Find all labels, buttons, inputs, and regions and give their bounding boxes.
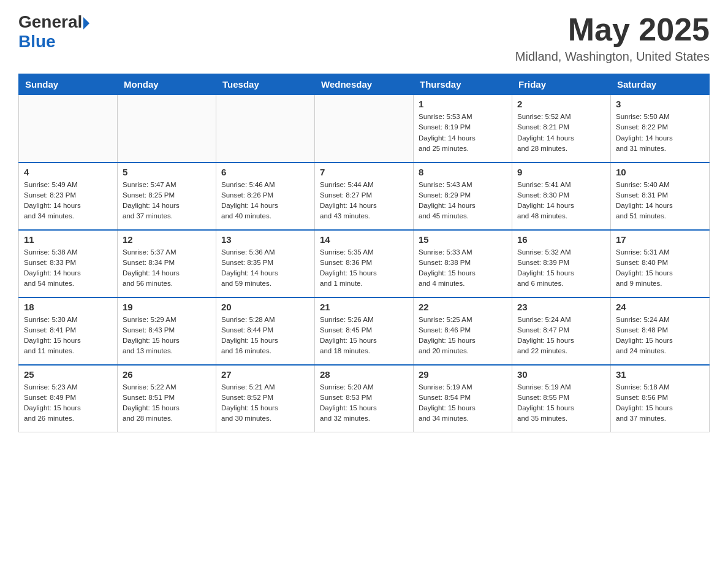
day-number: 7 — [320, 167, 408, 177]
day-number: 15 — [419, 234, 507, 245]
day-number: 12 — [123, 234, 211, 245]
page-header: General Blue May 2025 Midland, Washingto… — [18, 12, 710, 64]
calendar-cell — [315, 95, 414, 163]
calendar-cell: 4Sunrise: 5:49 AM Sunset: 8:23 PM Daylig… — [19, 163, 118, 230]
day-info: Sunrise: 5:19 AM Sunset: 8:54 PM Dayligh… — [419, 382, 507, 424]
calendar-cell: 24Sunrise: 5:24 AM Sunset: 8:48 PM Dayli… — [611, 297, 710, 365]
calendar-cell: 31Sunrise: 5:18 AM Sunset: 8:56 PM Dayli… — [611, 365, 710, 432]
weekday-header-saturday: Saturday — [611, 74, 710, 95]
day-info: Sunrise: 5:24 AM Sunset: 8:48 PM Dayligh… — [616, 315, 704, 357]
day-info: Sunrise: 5:49 AM Sunset: 8:23 PM Dayligh… — [24, 180, 112, 222]
day-info: Sunrise: 5:50 AM Sunset: 8:22 PM Dayligh… — [616, 112, 704, 154]
day-info: Sunrise: 5:26 AM Sunset: 8:45 PM Dayligh… — [320, 315, 408, 357]
weekday-header-friday: Friday — [512, 74, 611, 95]
day-number: 30 — [517, 369, 605, 380]
calendar-cell: 3Sunrise: 5:50 AM Sunset: 8:22 PM Daylig… — [611, 95, 710, 163]
day-info: Sunrise: 5:31 AM Sunset: 8:40 PM Dayligh… — [616, 247, 704, 289]
day-info: Sunrise: 5:43 AM Sunset: 8:29 PM Dayligh… — [419, 180, 507, 222]
day-number: 8 — [419, 167, 507, 177]
month-title: May 2025 — [515, 12, 710, 47]
calendar-cell: 13Sunrise: 5:36 AM Sunset: 8:35 PM Dayli… — [216, 230, 315, 297]
day-number: 29 — [419, 369, 507, 380]
day-number: 22 — [419, 302, 507, 312]
calendar-week-row: 25Sunrise: 5:23 AM Sunset: 8:49 PM Dayli… — [19, 365, 710, 432]
calendar-cell: 1Sunrise: 5:53 AM Sunset: 8:19 PM Daylig… — [414, 95, 512, 163]
day-number: 10 — [616, 167, 704, 177]
calendar-cell: 20Sunrise: 5:28 AM Sunset: 8:44 PM Dayli… — [216, 297, 315, 365]
calendar-cell: 18Sunrise: 5:30 AM Sunset: 8:41 PM Dayli… — [19, 297, 118, 365]
calendar-cell: 23Sunrise: 5:24 AM Sunset: 8:47 PM Dayli… — [512, 297, 611, 365]
calendar-cell: 9Sunrise: 5:41 AM Sunset: 8:30 PM Daylig… — [512, 163, 611, 230]
day-info: Sunrise: 5:30 AM Sunset: 8:41 PM Dayligh… — [24, 315, 112, 357]
day-info: Sunrise: 5:21 AM Sunset: 8:52 PM Dayligh… — [221, 382, 309, 424]
day-info: Sunrise: 5:32 AM Sunset: 8:39 PM Dayligh… — [517, 247, 605, 289]
logo-triangle-icon — [83, 17, 89, 29]
day-number: 9 — [517, 167, 605, 177]
calendar-cell — [19, 95, 118, 163]
day-number: 28 — [320, 369, 408, 380]
calendar-cell: 2Sunrise: 5:52 AM Sunset: 8:21 PM Daylig… — [512, 95, 611, 163]
calendar-cell: 14Sunrise: 5:35 AM Sunset: 8:36 PM Dayli… — [315, 230, 414, 297]
calendar-cell: 16Sunrise: 5:32 AM Sunset: 8:39 PM Dayli… — [512, 230, 611, 297]
day-info: Sunrise: 5:46 AM Sunset: 8:26 PM Dayligh… — [221, 180, 309, 222]
calendar-cell: 15Sunrise: 5:33 AM Sunset: 8:38 PM Dayli… — [414, 230, 512, 297]
day-number: 5 — [123, 167, 211, 177]
day-number: 1 — [419, 99, 507, 109]
day-number: 26 — [123, 369, 211, 380]
day-number: 3 — [616, 99, 704, 109]
calendar-week-row: 4Sunrise: 5:49 AM Sunset: 8:23 PM Daylig… — [19, 163, 710, 230]
calendar-cell: 29Sunrise: 5:19 AM Sunset: 8:54 PM Dayli… — [414, 365, 512, 432]
calendar-cell — [216, 95, 315, 163]
day-number: 6 — [221, 167, 309, 177]
calendar-cell: 12Sunrise: 5:37 AM Sunset: 8:34 PM Dayli… — [118, 230, 216, 297]
day-info: Sunrise: 5:22 AM Sunset: 8:51 PM Dayligh… — [123, 382, 211, 424]
calendar-cell: 7Sunrise: 5:44 AM Sunset: 8:27 PM Daylig… — [315, 163, 414, 230]
day-info: Sunrise: 5:18 AM Sunset: 8:56 PM Dayligh… — [616, 382, 704, 424]
calendar-cell: 6Sunrise: 5:46 AM Sunset: 8:26 PM Daylig… — [216, 163, 315, 230]
day-info: Sunrise: 5:36 AM Sunset: 8:35 PM Dayligh… — [221, 247, 309, 289]
calendar-cell: 25Sunrise: 5:23 AM Sunset: 8:49 PM Dayli… — [19, 365, 118, 432]
calendar-cell: 21Sunrise: 5:26 AM Sunset: 8:45 PM Dayli… — [315, 297, 414, 365]
day-info: Sunrise: 5:23 AM Sunset: 8:49 PM Dayligh… — [24, 382, 112, 424]
weekday-header-row: SundayMondayTuesdayWednesdayThursdayFrid… — [19, 74, 710, 95]
day-number: 31 — [616, 369, 704, 380]
calendar-cell: 22Sunrise: 5:25 AM Sunset: 8:46 PM Dayli… — [414, 297, 512, 365]
day-info: Sunrise: 5:47 AM Sunset: 8:25 PM Dayligh… — [123, 180, 211, 222]
day-info: Sunrise: 5:38 AM Sunset: 8:33 PM Dayligh… — [24, 247, 112, 289]
day-number: 16 — [517, 234, 605, 245]
day-info: Sunrise: 5:35 AM Sunset: 8:36 PM Dayligh… — [320, 247, 408, 289]
day-number: 20 — [221, 302, 309, 312]
weekday-header-thursday: Thursday — [414, 74, 512, 95]
calendar-cell: 11Sunrise: 5:38 AM Sunset: 8:33 PM Dayli… — [19, 230, 118, 297]
calendar-cell: 27Sunrise: 5:21 AM Sunset: 8:52 PM Dayli… — [216, 365, 315, 432]
calendar-cell: 17Sunrise: 5:31 AM Sunset: 8:40 PM Dayli… — [611, 230, 710, 297]
calendar-week-row: 11Sunrise: 5:38 AM Sunset: 8:33 PM Dayli… — [19, 230, 710, 297]
day-number: 27 — [221, 369, 309, 380]
day-number: 13 — [221, 234, 309, 245]
day-info: Sunrise: 5:40 AM Sunset: 8:31 PM Dayligh… — [616, 180, 704, 222]
day-info: Sunrise: 5:41 AM Sunset: 8:30 PM Dayligh… — [517, 180, 605, 222]
day-number: 23 — [517, 302, 605, 312]
day-number: 11 — [24, 234, 112, 245]
weekday-header-tuesday: Tuesday — [216, 74, 315, 95]
day-number: 24 — [616, 302, 704, 312]
title-block: May 2025 Midland, Washington, United Sta… — [515, 12, 710, 64]
location-subtitle: Midland, Washington, United States — [515, 50, 710, 64]
day-info: Sunrise: 5:29 AM Sunset: 8:43 PM Dayligh… — [123, 315, 211, 357]
day-number: 14 — [320, 234, 408, 245]
weekday-header-wednesday: Wednesday — [315, 74, 414, 95]
calendar-week-row: 1Sunrise: 5:53 AM Sunset: 8:19 PM Daylig… — [19, 95, 710, 163]
weekday-header-sunday: Sunday — [19, 74, 118, 95]
day-info: Sunrise: 5:28 AM Sunset: 8:44 PM Dayligh… — [221, 315, 309, 357]
day-info: Sunrise: 5:44 AM Sunset: 8:27 PM Dayligh… — [320, 180, 408, 222]
day-number: 19 — [123, 302, 211, 312]
calendar-cell: 8Sunrise: 5:43 AM Sunset: 8:29 PM Daylig… — [414, 163, 512, 230]
logo-general: General — [18, 12, 82, 32]
day-info: Sunrise: 5:53 AM Sunset: 8:19 PM Dayligh… — [419, 112, 507, 154]
logo: General Blue — [18, 12, 89, 52]
calendar-cell: 26Sunrise: 5:22 AM Sunset: 8:51 PM Dayli… — [118, 365, 216, 432]
day-info: Sunrise: 5:52 AM Sunset: 8:21 PM Dayligh… — [517, 112, 605, 154]
calendar-cell: 28Sunrise: 5:20 AM Sunset: 8:53 PM Dayli… — [315, 365, 414, 432]
day-number: 2 — [517, 99, 605, 109]
calendar-table: SundayMondayTuesdayWednesdayThursdayFrid… — [18, 74, 710, 432]
